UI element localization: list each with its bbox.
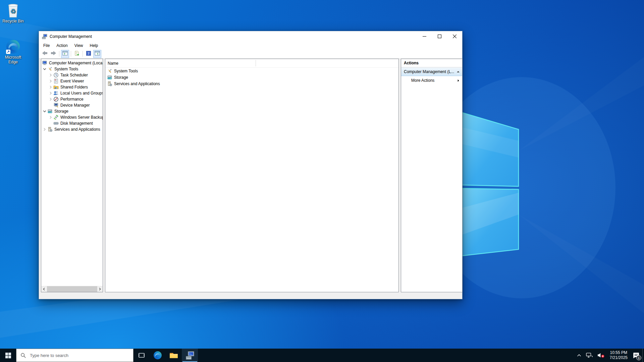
- tray-volume-muted[interactable]: [595, 349, 607, 362]
- tree-item[interactable]: Performance: [41, 96, 103, 102]
- edge-icon: [6, 39, 20, 54]
- tree-item[interactable]: Shared Folders: [41, 84, 103, 90]
- list-item[interactable]: Services and Applications: [105, 80, 398, 87]
- expand-arrow-icon[interactable]: [42, 127, 47, 132]
- show-action-pane-button[interactable]: [93, 50, 101, 58]
- expand-arrow-icon[interactable]: [48, 84, 53, 90]
- horizontal-scrollbar[interactable]: [41, 286, 103, 292]
- list-column-header[interactable]: Name: [105, 59, 398, 68]
- tree-item[interactable]: Computer Management (Local): [41, 60, 103, 66]
- submenu-right-icon: [457, 79, 460, 82]
- backup-icon: [53, 115, 59, 120]
- tree-item-label: Local Users and Groups: [60, 91, 103, 96]
- scroll-right-button[interactable]: [97, 286, 103, 292]
- desktop-icon-recycle-bin[interactable]: ♻ Recycle Bin: [0, 3, 26, 23]
- file-explorer-icon: [169, 352, 178, 359]
- tray-network[interactable]: [584, 349, 595, 362]
- menu-file[interactable]: File: [40, 42, 53, 49]
- list-item[interactable]: System Tools: [105, 68, 398, 74]
- taskbar-computer-management-button[interactable]: [182, 349, 198, 362]
- start-button[interactable]: [0, 349, 16, 362]
- tree-item[interactable]: Services and Applications: [41, 126, 103, 132]
- scrollbar-track[interactable]: [47, 286, 97, 292]
- minimize-button[interactable]: [417, 31, 432, 42]
- show-console-tree-button[interactable]: [61, 50, 69, 58]
- scroll-left-button[interactable]: [41, 286, 47, 292]
- tray-chevron-up[interactable]: [575, 349, 584, 362]
- taskbar-edge-button[interactable]: [150, 349, 166, 362]
- more-actions-label: More Actions: [411, 78, 457, 83]
- title-bar[interactable]: Computer Management: [39, 31, 462, 42]
- list-item[interactable]: Storage: [105, 74, 398, 80]
- column-divider[interactable]: [256, 60, 256, 66]
- show-desktop-button[interactable]: [642, 349, 644, 362]
- column-header-name[interactable]: Name: [108, 61, 118, 66]
- tree-item-label: Disk Management: [60, 121, 93, 126]
- help-button[interactable]: ?: [85, 50, 93, 58]
- forward-button[interactable]: [49, 50, 57, 58]
- taskbar-clock[interactable]: 10:55 PM 7/21/2025: [607, 350, 630, 360]
- console-tree: Computer Management (Local)System ToolsT…: [41, 59, 103, 132]
- toolbar-separator: [71, 51, 71, 57]
- users-icon: [53, 90, 59, 96]
- actions-panel-title: Actions: [401, 59, 462, 67]
- more-actions-item[interactable]: More Actions: [401, 76, 462, 85]
- toolbar-separator: [83, 51, 83, 57]
- action-center-button[interactable]: 1: [630, 349, 643, 362]
- tree-item[interactable]: System Tools: [41, 66, 103, 72]
- task-view-icon: [138, 352, 145, 358]
- svg-text:?: ?: [88, 51, 90, 55]
- expand-arrow-icon[interactable]: [48, 115, 53, 120]
- actions-section-label: Computer Management (L...: [404, 69, 457, 74]
- forward-icon: [51, 51, 56, 57]
- close-button[interactable]: [447, 31, 462, 42]
- tree-item[interactable]: Windows Server Backup: [41, 114, 103, 120]
- actions-panel: Actions Computer Management (L... More A…: [401, 59, 463, 292]
- scrollbar-thumb[interactable]: [47, 286, 97, 292]
- close-icon: [453, 35, 457, 38]
- expand-arrow-placeholder: [48, 121, 53, 126]
- tree-item[interactable]: Event Viewer: [41, 78, 103, 84]
- tree-item[interactable]: Storage: [41, 108, 103, 114]
- tree-item[interactable]: Device Manager: [41, 102, 103, 108]
- expand-arrow-icon[interactable]: [42, 66, 47, 72]
- menu-action[interactable]: Action: [53, 42, 71, 49]
- expand-arrow-icon[interactable]: [42, 109, 47, 114]
- network-icon: [586, 353, 593, 358]
- desktop-icon-microsoft-edge[interactable]: Microsoft Edge: [0, 39, 26, 64]
- actions-section-header[interactable]: Computer Management (L...: [401, 67, 462, 76]
- computer-icon: [42, 60, 47, 66]
- recycle-bin-icon: ♻: [6, 3, 20, 18]
- maximize-button[interactable]: [432, 31, 447, 42]
- tree-item[interactable]: Local Users and Groups: [41, 90, 103, 96]
- toolbar: ?: [39, 49, 462, 59]
- window-title: Computer Management: [50, 34, 92, 39]
- menu-bar: FileActionViewHelp: [39, 42, 462, 49]
- expand-arrow-icon[interactable]: [48, 97, 53, 102]
- expand-arrow-icon[interactable]: [48, 72, 53, 78]
- back-button[interactable]: [41, 50, 49, 58]
- expand-arrow-icon[interactable]: [48, 90, 53, 96]
- collapse-up-icon[interactable]: [457, 70, 460, 73]
- taskbar-search-box[interactable]: [16, 349, 133, 362]
- menu-view[interactable]: View: [71, 42, 87, 49]
- tree-item[interactable]: Task Scheduler: [41, 72, 103, 78]
- tree-item-label: Event Viewer: [60, 79, 84, 83]
- list-item-label: Storage: [114, 75, 128, 80]
- taskbar-file-explorer-button[interactable]: [166, 349, 182, 362]
- export-list-button[interactable]: [73, 50, 81, 58]
- taskbar-task-view-button[interactable]: [133, 349, 150, 362]
- shared-folders-icon: [53, 84, 59, 90]
- services-icon: [107, 81, 112, 86]
- tree-item-label: Computer Management (Local): [49, 61, 103, 65]
- tree-item-label: Device Manager: [60, 103, 90, 108]
- expand-arrow-icon[interactable]: [48, 78, 53, 84]
- storage-icon: [107, 75, 112, 80]
- storage-icon: [47, 109, 53, 114]
- tree-item[interactable]: Disk Management: [41, 120, 103, 126]
- search-input[interactable]: [16, 349, 133, 362]
- performance-icon: [53, 97, 59, 102]
- tree-item-label: Services and Applications: [54, 127, 100, 132]
- menu-help[interactable]: Help: [87, 42, 102, 49]
- services-icon: [47, 127, 53, 132]
